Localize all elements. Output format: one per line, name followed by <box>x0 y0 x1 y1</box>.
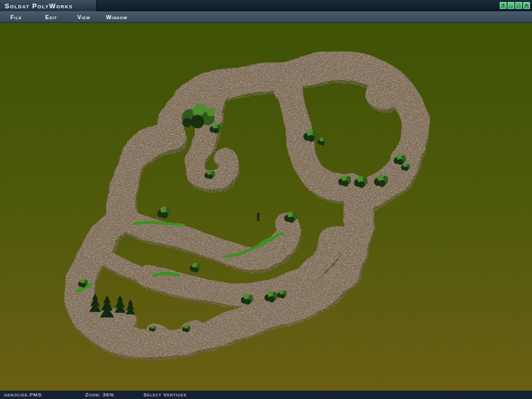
status-mode: Select Vertices <box>143 392 187 397</box>
menu-bar: File Edit View Window <box>0 11 532 23</box>
status-zoom: Zoom: 36% <box>85 392 114 397</box>
status-filename: genocide.PMS <box>4 392 42 397</box>
help-button[interactable]: ? <box>500 2 507 9</box>
title-bar: Soldat PolyWorks ? _ □ × <box>0 0 532 11</box>
polyworks-window: Soldat PolyWorks ? _ □ × File Edit View … <box>0 0 532 399</box>
close-button[interactable]: × <box>523 2 530 9</box>
map-canvas[interactable] <box>0 23 532 391</box>
minimize-button[interactable]: _ <box>508 2 514 9</box>
window-controls: ? _ □ × <box>500 2 530 9</box>
menu-window[interactable]: Window <box>106 14 127 20</box>
title-plate: Soldat PolyWorks <box>0 0 97 11</box>
status-zoom-label: Zoom: <box>85 392 101 397</box>
status-zoom-value: 36% <box>103 392 114 397</box>
restore-button[interactable]: □ <box>515 2 522 9</box>
status-bar: genocide.PMS Zoom: 36% Select Vertices <box>0 391 532 399</box>
spawn-point-marker[interactable] <box>257 213 260 222</box>
map-viewport[interactable] <box>0 23 532 391</box>
app-title: Soldat PolyWorks <box>5 2 73 10</box>
menu-file[interactable]: File <box>10 14 22 20</box>
menu-view[interactable]: View <box>77 14 90 20</box>
menu-edit[interactable]: Edit <box>45 14 57 20</box>
